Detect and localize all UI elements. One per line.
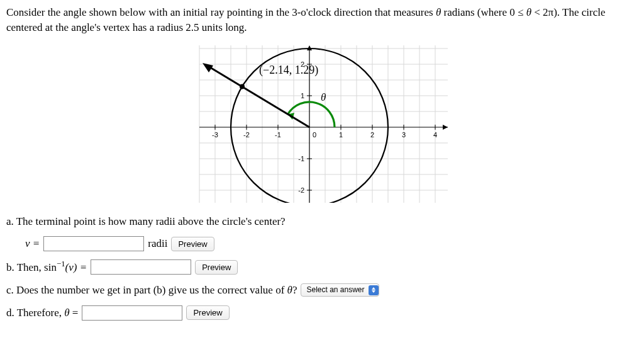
theta-d: θ xyxy=(64,307,69,319)
svg-text:0: 0 xyxy=(313,131,316,139)
theta-symbol-2: θ xyxy=(526,6,531,18)
preview-button-b[interactable]: Preview xyxy=(195,260,238,275)
intro-text-4: centered at the angle's vertex has a rad… xyxy=(6,21,247,33)
question-c: c. Does the number we get in part (b) gi… xyxy=(6,283,638,298)
inverse-exp: −1 xyxy=(57,259,65,268)
chevron-up-down-icon xyxy=(369,285,379,295)
angle-diagram: -3 -2 -1 0 1 2 3 4 2 1 -1 -2 xyxy=(184,39,460,203)
svg-text:-2: -2 xyxy=(298,186,304,194)
question-a-text: a. The terminal point is how many radii … xyxy=(6,214,286,229)
question-a: a. The terminal point is how many radii … xyxy=(6,214,638,229)
unit-radii: radii xyxy=(148,236,167,251)
select-answer-c[interactable]: Select an answer xyxy=(301,283,379,297)
question-c-q: ? xyxy=(292,284,297,296)
problem-statement: Consider the angle shown below with an i… xyxy=(6,5,638,35)
question-d: d. Therefore, θ = Preview xyxy=(6,305,638,321)
theta-symbol: θ xyxy=(436,6,441,18)
question-b: b. Then, sin−1(v) = Preview xyxy=(6,259,638,275)
intro-text-2: radians (where 0 ≤ xyxy=(441,6,526,18)
svg-text:2: 2 xyxy=(370,131,374,139)
preview-button-a[interactable]: Preview xyxy=(171,237,214,251)
svg-marker-26 xyxy=(443,125,448,130)
svg-text:(−2.14, 1.29): (−2.14, 1.29) xyxy=(259,64,318,77)
svg-text:4: 4 xyxy=(433,131,437,139)
select-placeholder: Select an answer xyxy=(306,285,364,295)
svg-text:3: 3 xyxy=(402,131,406,139)
intro-text-1: Consider the angle shown below with an i… xyxy=(6,6,436,18)
svg-text:θ: θ xyxy=(321,91,326,103)
question-d-eq: = xyxy=(70,307,79,319)
svg-point-55 xyxy=(240,84,245,89)
arcsin-arg: (v) = xyxy=(65,261,87,273)
svg-text:1: 1 xyxy=(301,92,304,100)
input-v[interactable] xyxy=(43,236,144,251)
input-theta[interactable] xyxy=(82,305,182,321)
question-a-input-row: v = radii Preview xyxy=(25,236,638,251)
svg-text:-2: -2 xyxy=(243,131,250,139)
svg-text:-1: -1 xyxy=(275,131,281,139)
figure-container: -3 -2 -1 0 1 2 3 4 2 1 -1 -2 xyxy=(6,39,638,203)
question-b-before: b. Then, sin xyxy=(6,261,57,273)
intro-text-3: < 2π). The circle xyxy=(531,6,605,18)
svg-text:-3: -3 xyxy=(212,131,218,139)
input-arcsin[interactable] xyxy=(91,259,191,275)
svg-text:1: 1 xyxy=(339,131,343,139)
questions-block: a. The terminal point is how many radii … xyxy=(6,214,638,321)
question-d-text: d. Therefore, xyxy=(6,307,64,319)
question-c-text: c. Does the number we get in part (b) gi… xyxy=(6,284,287,296)
var-v-label: v = xyxy=(25,236,40,251)
theta-c: θ xyxy=(287,284,292,296)
svg-text:-1: -1 xyxy=(298,155,304,162)
preview-button-d[interactable]: Preview xyxy=(186,305,229,320)
